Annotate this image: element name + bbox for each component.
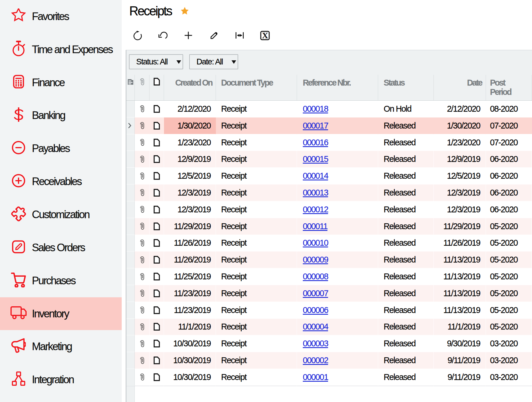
- svg-text:X: X: [262, 31, 268, 40]
